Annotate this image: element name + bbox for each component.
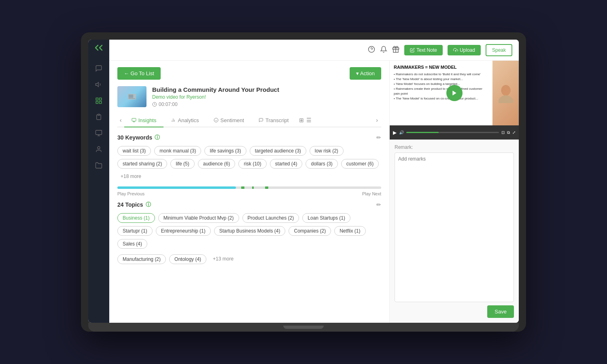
topic-tag-2[interactable]: Product Launches (2) xyxy=(242,213,299,223)
keyword-tag-7[interactable]: audience (6) xyxy=(198,159,236,169)
keyword-tag-9[interactable]: started (4) xyxy=(270,159,303,169)
keyword-tag-6[interactable]: life (5) xyxy=(170,159,194,169)
keyword-tag-8[interactable]: risk (10) xyxy=(238,159,266,169)
tabs: ‹ Insights xyxy=(117,114,381,127)
play-previous-button[interactable]: Play Previous xyxy=(117,191,144,196)
remark-textarea[interactable] xyxy=(395,152,514,302)
topic-partial-0[interactable]: Manufacturing (2) xyxy=(117,254,166,264)
go-to-list-button[interactable]: ← Go To List xyxy=(117,67,161,80)
topic-tag-3[interactable]: Loan Startups (1) xyxy=(302,213,350,223)
keyword-tag-10[interactable]: dollars (3) xyxy=(306,159,337,169)
topic-tag-1[interactable]: Minimum Viable Product Mvp (2) xyxy=(158,213,239,223)
slide-bullets: • Rainmakers do not subscribe to 'Build … xyxy=(394,72,488,101)
topic-tag-5[interactable]: Entrepreneurship (1) xyxy=(156,226,211,236)
progress-markers xyxy=(117,186,381,189)
keyword-tag-2[interactable]: life savings (3) xyxy=(204,146,246,156)
topics-info-icon[interactable]: ⓘ xyxy=(146,201,151,208)
picture-in-picture-ctrl[interactable]: ⧉ xyxy=(507,130,510,135)
keyword-tag-5[interactable]: started sharing (2) xyxy=(117,159,167,169)
svg-point-28 xyxy=(501,85,510,96)
slide-person-thumbnail xyxy=(492,61,519,125)
speak-label: Speak xyxy=(492,47,506,53)
tab-icon1[interactable]: ⊞ xyxy=(299,117,304,123)
progress-track[interactable] xyxy=(117,186,381,189)
sidebar-item-grid[interactable] xyxy=(91,93,107,108)
svg-marker-0 xyxy=(96,83,99,87)
marker-1 xyxy=(241,186,244,189)
topic-tag-7[interactable]: Companies (2) xyxy=(289,226,331,236)
sidebar-item-user[interactable] xyxy=(91,142,107,157)
save-button[interactable]: Save xyxy=(487,305,514,318)
topic-tag-6[interactable]: Startup Business Models (4) xyxy=(214,226,286,236)
slide-content: RAINMAKERS = NEW MODEL • Rainmakers do n… xyxy=(390,61,492,125)
topics-title: 24 Topics ⓘ xyxy=(117,201,151,208)
upload-button[interactable]: Upload xyxy=(448,45,481,55)
tab-sentiment[interactable]: Sentiment xyxy=(206,114,252,127)
tab-insights[interactable]: Insights xyxy=(124,114,164,127)
gift-icon[interactable] xyxy=(392,46,399,55)
topic-tag-9[interactable]: Sales (4) xyxy=(117,239,147,249)
play-next-button[interactable]: Play Next xyxy=(362,191,381,196)
remark-section: Remark: Save xyxy=(390,140,519,323)
player-progress-bar[interactable] xyxy=(406,132,499,133)
svg-rect-19 xyxy=(132,119,136,121)
help-icon[interactable] xyxy=(368,46,375,55)
topics-header: 24 Topics ⓘ ✏ xyxy=(117,201,381,208)
topic-partial-1[interactable]: Ontology (4) xyxy=(169,254,206,264)
progress-container: Play Previous Play Next xyxy=(117,186,381,196)
keyword-tag-1[interactable]: monk manual (3) xyxy=(154,146,201,156)
expand-ctrl[interactable]: ⤢ xyxy=(512,130,516,135)
keyword-tag-4[interactable]: low risk (2) xyxy=(310,146,344,156)
sidebar-item-volume[interactable] xyxy=(91,77,107,92)
keywords-tags: wait list (3) monk manual (3) life savin… xyxy=(117,146,381,181)
keywords-title: 30 Keywords ⓘ xyxy=(117,134,160,141)
tab-insights-label: Insights xyxy=(138,117,157,123)
svg-rect-5 xyxy=(98,114,100,115)
tab-analytics[interactable]: Analytics xyxy=(163,114,206,127)
tab-transcript-label: Transcript xyxy=(265,117,289,123)
action-bar: ← Go To List ▾ Action xyxy=(117,67,381,80)
tab-analytics-label: Analytics xyxy=(178,117,199,123)
tab-prev-arrow[interactable]: ‹ xyxy=(117,114,124,127)
video-subtitle: Demo video for Ryerson! xyxy=(152,94,279,100)
slide-title: RAINMAKERS = NEW MODEL xyxy=(394,65,488,70)
player-extra-controls: ⊡ ⧉ ⤢ xyxy=(501,130,516,135)
play-pause-ctrl[interactable]: ▶ xyxy=(393,130,397,135)
keyword-tag-3[interactable]: targeted audience (3) xyxy=(250,146,306,156)
svg-rect-4 xyxy=(100,102,102,104)
keyword-tag-0[interactable]: wait list (3) xyxy=(117,146,151,156)
tab-next-arrow[interactable]: › xyxy=(373,114,381,127)
sidebar xyxy=(88,40,109,323)
sidebar-item-folder[interactable] xyxy=(91,158,107,173)
video-thumbnail xyxy=(117,86,146,107)
topic-tag-0[interactable]: Business (1) xyxy=(117,213,155,223)
keyword-tag-11[interactable]: customer (6) xyxy=(341,159,379,169)
video-details: Building a Community Around Your Product… xyxy=(152,86,279,107)
keywords-header: 30 Keywords ⓘ ✏ xyxy=(117,134,381,141)
sidebar-logo[interactable] xyxy=(95,44,103,53)
fullscreen-ctrl[interactable]: ⊡ xyxy=(501,130,505,135)
action-button[interactable]: ▾ Action xyxy=(350,67,381,80)
main-content: Text Note Upload Speak xyxy=(109,40,519,323)
svg-rect-2 xyxy=(100,98,102,100)
speak-button[interactable]: Speak xyxy=(486,44,512,56)
bell-icon[interactable] xyxy=(380,46,387,55)
topics-edit-icon[interactable]: ✏ xyxy=(376,201,381,208)
topic-tag-8[interactable]: Netflix (1) xyxy=(334,226,365,236)
main-panel: ← Go To List ▾ Action xyxy=(109,61,389,323)
topic-tag-4[interactable]: Startupr (1) xyxy=(117,226,153,236)
keywords-more[interactable]: +18 more xyxy=(117,172,144,181)
keywords-edit-icon[interactable]: ✏ xyxy=(376,134,381,141)
sidebar-item-monitor[interactable] xyxy=(91,126,107,140)
tab-icon2[interactable]: ☰ xyxy=(306,117,312,123)
keywords-info-icon[interactable]: ⓘ xyxy=(155,134,160,141)
sidebar-item-clipboard[interactable] xyxy=(91,110,107,124)
text-note-button[interactable]: Text Note xyxy=(404,45,443,55)
topics-tags-partial: Manufacturing (2) Ontology (4) +13 more xyxy=(117,254,381,264)
right-panel: RAINMAKERS = NEW MODEL • Rainmakers do n… xyxy=(389,61,519,323)
play-button[interactable] xyxy=(446,85,463,101)
volume-ctrl[interactable]: 🔊 xyxy=(399,130,404,135)
tab-transcript[interactable]: Transcript xyxy=(251,114,296,127)
topics-more[interactable]: +13 more xyxy=(210,254,237,264)
sidebar-item-chat[interactable] xyxy=(91,61,107,76)
